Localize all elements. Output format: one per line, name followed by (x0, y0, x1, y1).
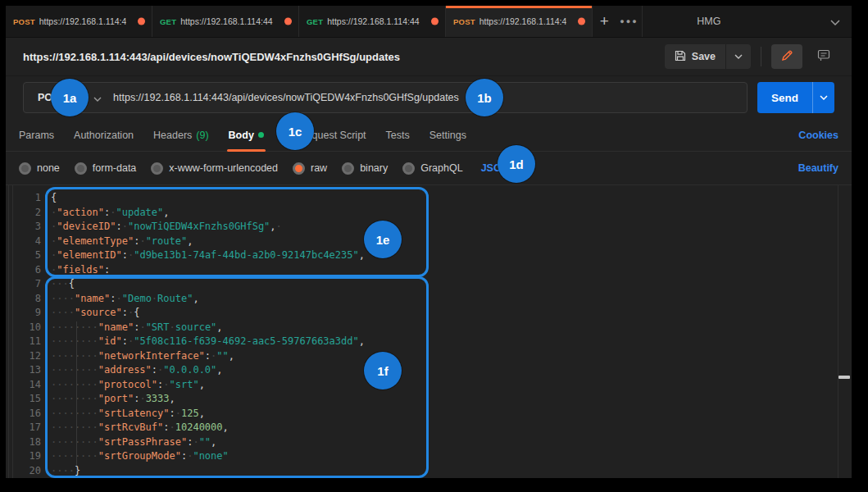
body-type-binary[interactable]: binary (342, 162, 388, 175)
code-text: ········"networkInterface":·"", (51, 349, 234, 364)
code-text: ·"elementID":·"d9be13b1-74af-44bd-a2b0-9… (51, 248, 365, 263)
tab-settings[interactable]: Settings (429, 119, 466, 151)
line-number: 13 (14, 363, 51, 378)
code-line[interactable]: 8····"name":·"Demo·Route", (14, 292, 852, 307)
edit-button[interactable] (771, 44, 802, 69)
body-type-raw[interactable]: raw (293, 162, 327, 175)
send-button[interactable]: Send (757, 82, 834, 113)
save-label: Save (692, 51, 716, 62)
url-builder: POST https://192.168.1.114:443/api/devic… (6, 76, 852, 119)
request-tab[interactable]: POSThttps://192.168.1.114:4 (446, 6, 593, 37)
line-number: 15 (14, 392, 51, 407)
comment-icon (817, 49, 830, 65)
editor-scrollbar-track (838, 185, 838, 478)
code-line[interactable]: 16········"srtLatency":·125, (14, 407, 852, 421)
beautify-link[interactable]: Beautify (798, 162, 838, 174)
radio-icon (19, 162, 31, 175)
line-number: 4 (14, 235, 51, 249)
request-tab[interactable]: POSThttps://192.168.1.114:4 (6, 6, 152, 37)
body-type-row: noneform-datax-www-form-urlencodedrawbin… (6, 152, 852, 184)
code-line[interactable]: 14········"protocol":·"srt", (14, 378, 852, 393)
code-text: ········"protocol":·"srt", (51, 378, 205, 393)
request-tab[interactable]: GEThttps://192.168.1.114:44 (152, 6, 299, 37)
line-number: 7 (14, 277, 51, 292)
code-line[interactable]: 5·"elementID":·"d9be13b1-74af-44bd-a2b0-… (14, 248, 852, 263)
line-number: 16 (14, 407, 51, 421)
body-type-x-www-form-urlencoded[interactable]: x-www-form-urlencoded (151, 162, 278, 175)
code-line[interactable]: 4·"elementType":·"route", (14, 235, 852, 249)
tab-url-label: https://192.168.1.114:44 (180, 16, 272, 26)
body-type-label: binary (360, 162, 388, 174)
code-line[interactable]: 3·"deviceID":·"nowTiQEDW4xFnzhs0GHfSg",· (14, 220, 852, 235)
code-text: ·"elementType":·"route", (51, 235, 193, 249)
environment-name: HMG (697, 16, 830, 27)
method-chevron-icon[interactable] (93, 90, 102, 105)
editor-left-line-2 (12, 185, 13, 478)
line-number: 14 (14, 378, 51, 393)
code-line[interactable]: 17········"srtRcvBuf":·10240000, (14, 421, 852, 435)
code-line[interactable]: 2·"action":·"update", (14, 206, 852, 221)
new-tab-button[interactable]: + (593, 6, 616, 37)
tab-label: Params (19, 130, 54, 141)
body-type-graphql[interactable]: GraphQL (402, 162, 462, 175)
radio-icon (151, 162, 163, 175)
toolbar-divider (761, 47, 761, 66)
line-number: 1 (14, 191, 51, 206)
code-line[interactable]: 18········"srtPassPhrase":·"", (14, 435, 852, 450)
radio-icon (75, 162, 87, 175)
body-type-label: GraphQL (420, 162, 462, 174)
radio-icon (342, 162, 354, 175)
tab-headers[interactable]: Headers(9) (153, 119, 209, 151)
line-number: 20 (14, 464, 51, 479)
code-text: ········"srtGroupMode":·"none" (51, 449, 229, 464)
headers-count-badge: (9) (196, 130, 208, 141)
body-type-label: form-data (93, 162, 137, 174)
editor-left-line (8, 185, 9, 478)
request-tab[interactable]: GEThttps://192.168.1.114:44 (299, 6, 446, 37)
url-input[interactable]: https://192.168.1.114:443/api/devices/no… (113, 92, 459, 103)
code-line[interactable]: 20····} (14, 464, 852, 479)
code-line[interactable]: 13········"address":·"0.0.0.0", (14, 363, 852, 378)
editor-scrollbar-thumb[interactable] (838, 376, 850, 379)
code-text: ····} (51, 464, 80, 479)
comment-button[interactable] (809, 44, 838, 69)
cookies-link[interactable]: Cookies (798, 130, 838, 141)
tab-tests[interactable]: Tests (386, 119, 410, 151)
code-text: ···{ (51, 277, 75, 292)
body-type-form-data[interactable]: form-data (75, 162, 137, 175)
annotation-badge-1b: 1b (466, 79, 503, 116)
save-button[interactable]: Save (665, 44, 751, 69)
tab-label: Authorization (74, 130, 134, 141)
url-input-group: POST https://192.168.1.114:443/api/devic… (23, 82, 748, 113)
code-line[interactable]: 10········"name":·"SRT·source", (14, 321, 852, 335)
radio-icon (293, 162, 305, 175)
code-line[interactable]: 7···{ (14, 277, 852, 292)
pencil-icon (781, 49, 793, 65)
save-options-button[interactable] (725, 44, 751, 69)
body-type-none[interactable]: none (19, 162, 60, 175)
code-line[interactable]: 1{ (14, 191, 852, 206)
tab-url-label: https://192.168.1.114:4 (39, 16, 127, 26)
tab-params[interactable]: Params (19, 119, 54, 151)
body-editor[interactable]: 1{2·"action":·"update",3·"deviceID":·"no… (6, 184, 852, 478)
code-line[interactable]: 9····"source":·{ (14, 306, 852, 321)
tab-authorization[interactable]: Authorization (74, 119, 134, 151)
code-text: ········"id":·"5f08c116-f639-4692-aac5-5… (51, 335, 365, 349)
code-line[interactable]: 6·"fields": (14, 263, 852, 278)
send-options-button[interactable] (812, 82, 834, 113)
line-number: 17 (14, 421, 51, 435)
code-line[interactable]: 15········"port":·3333, (14, 392, 852, 407)
postman-window: POSThttps://192.168.1.114:4GEThttps://19… (6, 6, 852, 478)
annotation-badge-1c: 1c (276, 112, 314, 150)
environment-selector[interactable]: HMG (642, 6, 852, 37)
body-type-list: noneform-datax-www-form-urlencodedrawbin… (19, 162, 463, 175)
code-line[interactable]: 12········"networkInterface":·"", (14, 349, 852, 364)
code-line[interactable]: 11········"id":·"5f08c116-f639-4692-aac5… (14, 335, 852, 349)
request-tab-list: POSThttps://192.168.1.114:4GEThttps://19… (6, 6, 593, 37)
code-text: { (51, 191, 57, 206)
tab-body[interactable]: Body (229, 119, 264, 151)
line-number: 19 (14, 449, 51, 464)
section-tabs: ParamsAuthorizationHeaders(9)BodyPre-req… (6, 119, 852, 152)
more-tabs-button[interactable]: ●●● (616, 6, 643, 37)
code-line[interactable]: 19········"srtGroupMode":·"none" (14, 449, 852, 464)
